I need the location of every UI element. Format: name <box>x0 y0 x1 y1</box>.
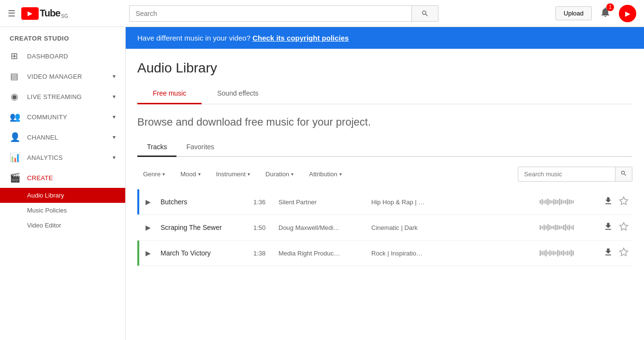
chevron-down-icon: ▾ <box>339 171 342 177</box>
nav-right: Upload 1 <box>556 5 636 22</box>
duration-filter[interactable]: Duration ▾ <box>260 168 299 181</box>
filter-tabs: Tracks Favorites <box>137 138 632 157</box>
favorite-icon[interactable] <box>619 247 629 259</box>
chevron-down-icon: ▾ <box>113 154 116 161</box>
sidebar-item-analytics[interactable]: 📊 ANALYTICS ▾ <box>0 147 125 168</box>
download-icon[interactable] <box>603 196 613 208</box>
banner-text: Have different music in your video? <box>137 34 250 42</box>
top-nav: ☰ Tube SG Upload 1 <box>0 0 644 27</box>
play-button[interactable]: ▶ <box>141 195 155 209</box>
analytics-icon: 📊 <box>10 152 19 163</box>
download-icon[interactable] <box>603 247 613 259</box>
waveform-bar <box>540 200 541 204</box>
account-button[interactable] <box>619 5 636 22</box>
instrument-filter[interactable]: Instrument ▾ <box>210 168 256 181</box>
track-list: ▶Butchers1:36Silent PartnerHip Hop & Rap… <box>137 189 632 266</box>
waveform-bar <box>571 226 572 229</box>
notifications-button[interactable]: 1 <box>600 6 611 21</box>
sidebar-item-channel[interactable]: 👤 CHANNEL ▾ <box>0 127 125 147</box>
waveform-bar <box>572 251 574 255</box>
filter-tab-tracks[interactable]: Tracks <box>137 138 176 157</box>
sidebar-item-create[interactable]: 🎬 CREATE <box>0 168 125 188</box>
chevron-down-icon: ▾ <box>291 171 293 177</box>
favorite-icon[interactable] <box>619 222 629 234</box>
favorite-icon[interactable] <box>619 196 629 208</box>
attribution-filter[interactable]: Attribution ▾ <box>303 168 348 181</box>
waveform-bar <box>551 251 553 255</box>
main-layout: CREATOR STUDIO ⊞ DASHBOARD ▤ VIDEO MANAG… <box>0 27 644 340</box>
waveform-bar <box>557 250 558 256</box>
main-tabs: Free music Sound effects <box>137 84 632 104</box>
play-button[interactable]: ▶ <box>141 246 155 260</box>
upload-button[interactable]: Upload <box>556 6 592 20</box>
chevron-down-icon: ▾ <box>162 171 165 177</box>
waveform-bar <box>559 226 560 229</box>
waveform-bar <box>540 225 541 230</box>
waveform-bar <box>565 252 566 255</box>
waveform-bar <box>567 226 568 229</box>
sidebar-sub-item-video-editor[interactable]: Video Editor <box>0 218 125 233</box>
sidebar-item-video-manager[interactable]: ▤ VIDEO MANAGER ▾ <box>0 66 125 86</box>
sidebar-item-dashboard[interactable]: ⊞ DASHBOARD <box>0 46 125 66</box>
download-icon[interactable] <box>603 222 613 234</box>
chevron-down-icon: ▾ <box>113 73 116 80</box>
channel-icon: 👤 <box>10 132 19 142</box>
track-waveform <box>540 223 598 232</box>
waveform-bar <box>557 200 558 204</box>
waveform-bar <box>542 226 543 229</box>
track-artist: Silent Partner <box>278 198 366 206</box>
waveform-bar <box>549 225 551 230</box>
track-name: March To Victory <box>161 249 248 257</box>
youtube-logo[interactable]: Tube SG <box>21 7 68 20</box>
search-container <box>129 5 439 22</box>
waveform-bar <box>543 251 545 255</box>
search-music-input[interactable] <box>518 168 615 181</box>
page-title: Audio Library <box>137 60 632 76</box>
waveform-bar <box>569 225 570 230</box>
sidebar-item-community[interactable]: 👥 COMMUNITY ▾ <box>0 107 125 127</box>
play-button[interactable]: ▶ <box>141 221 155 234</box>
main-content: Have different music in your video? Chec… <box>126 27 644 340</box>
search-music-button[interactable] <box>615 167 632 181</box>
notification-badge: 1 <box>606 3 614 11</box>
waveform-bar <box>555 252 556 255</box>
waveform-bar <box>557 225 558 230</box>
tab-sound-effects[interactable]: Sound effects <box>202 84 274 104</box>
sidebar-sub-item-audio-library[interactable]: Audio Library <box>0 188 125 203</box>
waveform-bar <box>543 225 545 230</box>
waveform-bar <box>551 226 553 229</box>
search-button[interactable] <box>411 5 439 22</box>
track-accent-bar <box>137 189 139 214</box>
waveform-bar <box>549 200 551 204</box>
chevron-down-icon: ▾ <box>248 171 250 177</box>
waveform-bar <box>561 251 562 255</box>
track-genre: Hip Hop & Rap | … <box>371 198 534 206</box>
waveform-bar <box>563 225 564 230</box>
waveform-bar <box>567 251 568 255</box>
track-accent-bar <box>137 241 139 266</box>
sidebar-item-live-streaming[interactable]: ◉ LIVE STREAMING ▾ <box>0 86 125 107</box>
sidebar: CREATOR STUDIO ⊞ DASHBOARD ▤ VIDEO MANAG… <box>0 27 126 340</box>
waveform-bar <box>547 252 549 255</box>
banner-link[interactable]: Check its copyright policies <box>252 34 349 42</box>
yt-logo-icon <box>21 7 39 20</box>
sidebar-sub-item-music-policies[interactable]: Music Policies <box>0 203 125 218</box>
hamburger-menu[interactable]: ☰ <box>8 8 15 19</box>
waveform-bar <box>572 200 574 203</box>
waveform-bar <box>561 226 562 229</box>
waveform-bar <box>542 251 543 255</box>
tab-free-music[interactable]: Free music <box>137 84 202 104</box>
waveform-bar <box>540 250 541 256</box>
track-duration: 1:38 <box>253 250 273 257</box>
genre-filter[interactable]: Genre ▾ <box>137 168 171 181</box>
waveform-bar <box>571 200 572 204</box>
waveform-bar <box>561 199 562 204</box>
search-input[interactable] <box>129 5 411 22</box>
filter-tab-favorites[interactable]: Favorites <box>176 138 224 157</box>
waveform-bar <box>563 200 564 203</box>
track-genre: Cinematic | Dark <box>371 224 534 231</box>
mood-filter[interactable]: Mood ▾ <box>175 168 206 181</box>
track-artist: Doug Maxwell/Medi… <box>278 224 366 231</box>
content-body: Audio Library Free music Sound effects B… <box>126 49 644 266</box>
waveform-bar <box>559 251 560 255</box>
